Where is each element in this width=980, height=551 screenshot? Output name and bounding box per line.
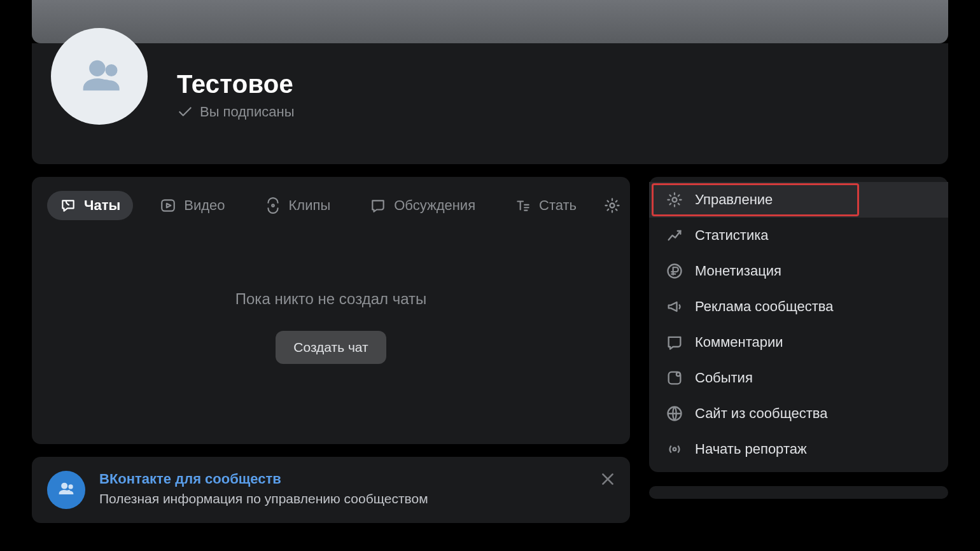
play-icon [160, 197, 176, 214]
tab-label: Обсуждения [394, 197, 475, 214]
tab-label: Чаты [84, 197, 120, 214]
tab-label: Стать [539, 197, 577, 214]
tabs-row: Чаты Видео Клипы Обсуждения [47, 191, 615, 220]
menu-label: Управление [695, 192, 773, 208]
close-icon [599, 471, 616, 487]
promo-card: ВКонтакте для сообществ Полезная информа… [32, 457, 630, 523]
chat-icon [60, 197, 76, 214]
empty-text: Пока никто не создал чаты [47, 290, 615, 308]
broadcast-icon [666, 440, 683, 458]
page-title: Тестовое [177, 70, 927, 99]
menu-label: Начать репортаж [695, 441, 807, 457]
menu-label: Статистика [695, 227, 769, 244]
menu-item-site[interactable]: Сайт из сообщества [649, 396, 948, 431]
menu-item-comments[interactable]: Комментарии [649, 324, 948, 360]
menu-item-stats[interactable]: Статистика [649, 218, 948, 253]
close-button[interactable] [599, 471, 616, 487]
menu-label: Реклама сообщества [695, 298, 834, 315]
cover-image [32, 0, 948, 43]
promo-subtitle: Полезная информация по управлению сообще… [99, 491, 615, 506]
tabs-settings-button[interactable] [603, 197, 621, 214]
tab-discussions[interactable]: Обсуждения [357, 191, 488, 220]
promo-avatar [47, 471, 85, 509]
tab-label: Клипы [289, 197, 331, 214]
people-icon [75, 52, 123, 101]
community-avatar[interactable] [51, 28, 148, 125]
tab-label: Видео [184, 197, 225, 214]
check-icon [177, 104, 193, 120]
create-chat-button[interactable]: Создать чат [276, 331, 386, 364]
chart-icon [666, 227, 683, 244]
community-header: Тестовое Вы подписаны [32, 43, 948, 164]
side-card-secondary [649, 486, 948, 499]
menu-label: События [695, 370, 753, 386]
empty-state: Пока никто не создал чаты Создать чат [47, 290, 615, 364]
menu-label: Сайт из сообщества [695, 405, 828, 422]
tab-clips[interactable]: Клипы [252, 191, 344, 220]
square-plus-icon [666, 369, 683, 387]
speech-icon [666, 333, 683, 351]
subscribed-label: Вы подписаны [200, 104, 295, 120]
text-icon [515, 197, 531, 214]
tab-articles[interactable]: Стать [502, 191, 589, 220]
tabs-card: Чаты Видео Клипы Обсуждения [32, 177, 630, 444]
speech-icon [370, 197, 386, 214]
people-icon [55, 479, 77, 501]
side-menu: Управление Статистика Монетизация Реклам… [649, 177, 948, 472]
promo-title[interactable]: ВКонтакте для сообществ [99, 471, 615, 487]
menu-item-events[interactable]: События [649, 360, 948, 396]
ruble-icon [666, 262, 683, 280]
globe-icon [666, 405, 683, 422]
menu-label: Монетизация [695, 263, 781, 279]
subscribed-status[interactable]: Вы подписаны [177, 104, 927, 120]
gear-icon [603, 197, 621, 214]
gear-icon [666, 191, 683, 209]
menu-item-manage[interactable]: Управление [649, 182, 948, 218]
clips-icon [265, 197, 281, 214]
menu-item-ads[interactable]: Реклама сообщества [649, 289, 948, 324]
megaphone-icon [666, 298, 683, 316]
menu-item-monetization[interactable]: Монетизация [649, 253, 948, 289]
tab-chats[interactable]: Чаты [47, 191, 133, 220]
menu-item-report[interactable]: Начать репортаж [649, 431, 948, 467]
tab-video[interactable]: Видео [147, 191, 237, 220]
menu-label: Комментарии [695, 334, 783, 351]
